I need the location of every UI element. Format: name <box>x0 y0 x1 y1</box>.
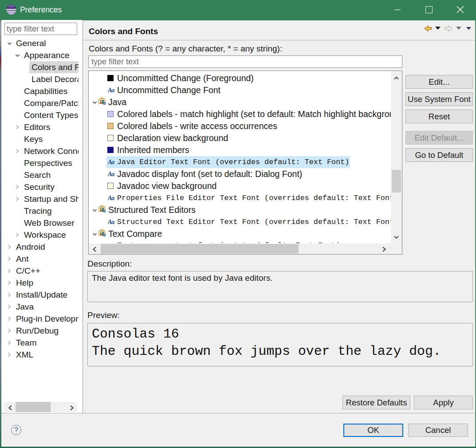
svg-text:a: a <box>103 100 106 105</box>
svg-text:a: a <box>103 232 106 237</box>
svg-text:a: a <box>103 208 106 213</box>
